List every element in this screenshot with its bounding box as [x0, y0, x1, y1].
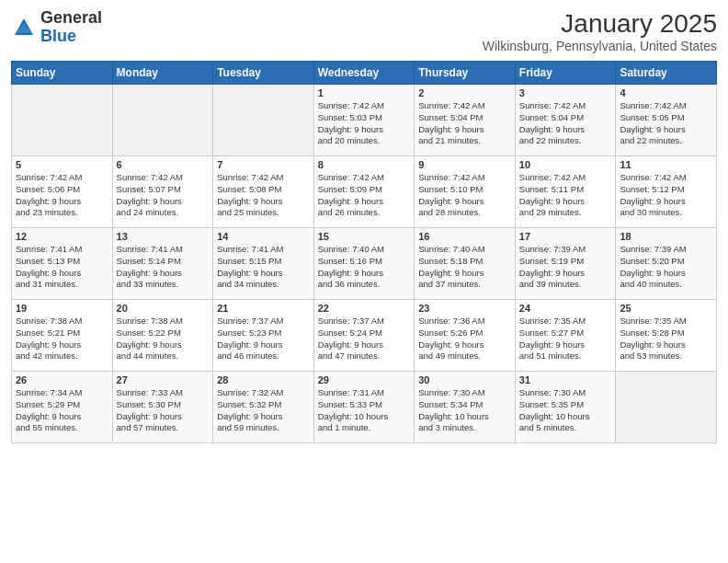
day-number: 17 — [519, 231, 612, 242]
day-detail: Sunrise: 7:42 AM Sunset: 5:05 PM Dayligh… — [620, 100, 712, 147]
day-detail: Sunrise: 7:42 AM Sunset: 5:04 PM Dayligh… — [519, 100, 612, 147]
page-container: General Blue January 2025 Wilkinsburg, P… — [0, 0, 728, 563]
calendar-header-saturday: Saturday — [616, 62, 717, 85]
day-number: 19 — [16, 303, 108, 314]
logo: General Blue — [11, 9, 102, 46]
calendar-cell: 29Sunrise: 7:31 AM Sunset: 5:33 PM Dayli… — [313, 372, 415, 443]
calendar-table: SundayMondayTuesdayWednesdayThursdayFrid… — [11, 61, 717, 443]
logo-text: General Blue — [40, 9, 102, 46]
day-detail: Sunrise: 7:41 AM Sunset: 5:13 PM Dayligh… — [16, 244, 108, 291]
calendar-cell: 13Sunrise: 7:41 AM Sunset: 5:14 PM Dayli… — [112, 228, 213, 300]
day-detail: Sunrise: 7:40 AM Sunset: 5:18 PM Dayligh… — [418, 244, 511, 291]
calendar-cell — [12, 85, 113, 156]
calendar-title: January 2025 — [483, 9, 717, 39]
calendar-cell: 27Sunrise: 7:33 AM Sunset: 5:30 PM Dayli… — [112, 372, 213, 443]
logo-icon — [11, 15, 37, 40]
day-number: 6 — [117, 159, 210, 170]
day-number: 30 — [418, 374, 511, 385]
day-detail: Sunrise: 7:37 AM Sunset: 5:24 PM Dayligh… — [318, 316, 411, 362]
day-number: 27 — [117, 374, 210, 385]
day-detail: Sunrise: 7:38 AM Sunset: 5:21 PM Dayligh… — [16, 316, 108, 362]
day-number: 7 — [217, 159, 310, 170]
calendar-header-thursday: Thursday — [415, 62, 516, 85]
day-number: 23 — [418, 303, 511, 314]
day-detail: Sunrise: 7:42 AM Sunset: 5:08 PM Dayligh… — [217, 172, 310, 219]
day-detail: Sunrise: 7:39 AM Sunset: 5:19 PM Dayligh… — [519, 244, 612, 291]
calendar-cell: 14Sunrise: 7:41 AM Sunset: 5:15 PM Dayli… — [213, 228, 314, 300]
day-detail: Sunrise: 7:40 AM Sunset: 5:16 PM Dayligh… — [318, 244, 411, 291]
calendar-cell: 9Sunrise: 7:42 AM Sunset: 5:10 PM Daylig… — [415, 156, 516, 228]
calendar-week-1: 1Sunrise: 7:42 AM Sunset: 5:03 PM Daylig… — [12, 85, 717, 156]
calendar-cell: 2Sunrise: 7:42 AM Sunset: 5:04 PM Daylig… — [415, 85, 516, 156]
calendar-cell: 7Sunrise: 7:42 AM Sunset: 5:08 PM Daylig… — [213, 156, 314, 228]
day-number: 14 — [217, 231, 310, 242]
day-number: 9 — [418, 159, 511, 170]
day-number: 31 — [519, 374, 612, 385]
calendar-cell — [112, 85, 213, 156]
calendar-cell: 30Sunrise: 7:30 AM Sunset: 5:34 PM Dayli… — [415, 372, 516, 443]
day-number: 16 — [418, 231, 511, 242]
calendar-cell: 22Sunrise: 7:37 AM Sunset: 5:24 PM Dayli… — [313, 300, 415, 372]
day-number: 24 — [519, 303, 612, 314]
day-detail: Sunrise: 7:39 AM Sunset: 5:20 PM Dayligh… — [620, 244, 712, 291]
day-detail: Sunrise: 7:31 AM Sunset: 5:33 PM Dayligh… — [318, 387, 411, 434]
day-detail: Sunrise: 7:41 AM Sunset: 5:14 PM Dayligh… — [117, 244, 210, 291]
day-number: 20 — [117, 303, 210, 314]
day-detail: Sunrise: 7:42 AM Sunset: 5:07 PM Dayligh… — [117, 172, 210, 219]
calendar-header-monday: Monday — [112, 62, 213, 85]
calendar-header-wednesday: Wednesday — [313, 62, 415, 85]
day-number: 4 — [620, 87, 712, 98]
calendar-week-5: 26Sunrise: 7:34 AM Sunset: 5:29 PM Dayli… — [12, 372, 717, 443]
day-detail: Sunrise: 7:32 AM Sunset: 5:32 PM Dayligh… — [217, 387, 310, 434]
day-number: 28 — [217, 374, 310, 385]
calendar-cell: 8Sunrise: 7:42 AM Sunset: 5:09 PM Daylig… — [313, 156, 415, 228]
day-number: 2 — [418, 87, 511, 98]
title-block: January 2025 Wilkinsburg, Pennsylvania, … — [483, 9, 717, 53]
calendar-week-2: 5Sunrise: 7:42 AM Sunset: 5:06 PM Daylig… — [12, 156, 717, 228]
calendar-cell — [616, 372, 717, 443]
calendar-header-tuesday: Tuesday — [213, 62, 314, 85]
calendar-cell: 31Sunrise: 7:30 AM Sunset: 5:35 PM Dayli… — [515, 372, 616, 443]
calendar-cell — [213, 85, 314, 156]
calendar-week-3: 12Sunrise: 7:41 AM Sunset: 5:13 PM Dayli… — [12, 228, 717, 300]
calendar-cell: 25Sunrise: 7:35 AM Sunset: 5:28 PM Dayli… — [616, 300, 717, 372]
day-number: 29 — [318, 374, 411, 385]
day-detail: Sunrise: 7:35 AM Sunset: 5:27 PM Dayligh… — [519, 316, 612, 362]
calendar-cell: 17Sunrise: 7:39 AM Sunset: 5:19 PM Dayli… — [515, 228, 616, 300]
page-header: General Blue January 2025 Wilkinsburg, P… — [11, 9, 717, 53]
day-detail: Sunrise: 7:42 AM Sunset: 5:09 PM Dayligh… — [318, 172, 411, 219]
day-number: 12 — [16, 231, 108, 242]
calendar-header-friday: Friday — [515, 62, 616, 85]
day-detail: Sunrise: 7:42 AM Sunset: 5:03 PM Dayligh… — [318, 100, 411, 147]
calendar-cell: 11Sunrise: 7:42 AM Sunset: 5:12 PM Dayli… — [616, 156, 717, 228]
calendar-cell: 20Sunrise: 7:38 AM Sunset: 5:22 PM Dayli… — [112, 300, 213, 372]
day-number: 8 — [318, 159, 411, 170]
calendar-cell: 16Sunrise: 7:40 AM Sunset: 5:18 PM Dayli… — [415, 228, 516, 300]
calendar-cell: 5Sunrise: 7:42 AM Sunset: 5:06 PM Daylig… — [12, 156, 113, 228]
calendar-cell: 6Sunrise: 7:42 AM Sunset: 5:07 PM Daylig… — [112, 156, 213, 228]
calendar-cell: 1Sunrise: 7:42 AM Sunset: 5:03 PM Daylig… — [313, 85, 415, 156]
day-detail: Sunrise: 7:42 AM Sunset: 5:11 PM Dayligh… — [519, 172, 612, 219]
calendar-subtitle: Wilkinsburg, Pennsylvania, United States — [483, 39, 717, 53]
calendar-cell: 21Sunrise: 7:37 AM Sunset: 5:23 PM Dayli… — [213, 300, 314, 372]
day-detail: Sunrise: 7:37 AM Sunset: 5:23 PM Dayligh… — [217, 316, 310, 362]
day-detail: Sunrise: 7:38 AM Sunset: 5:22 PM Dayligh… — [117, 316, 210, 362]
calendar-cell: 10Sunrise: 7:42 AM Sunset: 5:11 PM Dayli… — [515, 156, 616, 228]
day-detail: Sunrise: 7:36 AM Sunset: 5:26 PM Dayligh… — [418, 316, 511, 362]
day-detail: Sunrise: 7:33 AM Sunset: 5:30 PM Dayligh… — [117, 387, 210, 434]
day-number: 15 — [318, 231, 411, 242]
day-number: 22 — [318, 303, 411, 314]
calendar-cell: 23Sunrise: 7:36 AM Sunset: 5:26 PM Dayli… — [415, 300, 516, 372]
day-detail: Sunrise: 7:41 AM Sunset: 5:15 PM Dayligh… — [217, 244, 310, 291]
day-number: 18 — [620, 231, 712, 242]
day-number: 3 — [519, 87, 612, 98]
day-detail: Sunrise: 7:35 AM Sunset: 5:28 PM Dayligh… — [620, 316, 712, 362]
day-detail: Sunrise: 7:30 AM Sunset: 5:35 PM Dayligh… — [519, 387, 612, 434]
day-number: 10 — [519, 159, 612, 170]
day-detail: Sunrise: 7:30 AM Sunset: 5:34 PM Dayligh… — [418, 387, 511, 434]
svg-marker-1 — [17, 22, 31, 33]
calendar-cell: 28Sunrise: 7:32 AM Sunset: 5:32 PM Dayli… — [213, 372, 314, 443]
day-number: 26 — [16, 374, 108, 385]
calendar-cell: 18Sunrise: 7:39 AM Sunset: 5:20 PM Dayli… — [616, 228, 717, 300]
calendar-cell: 15Sunrise: 7:40 AM Sunset: 5:16 PM Dayli… — [313, 228, 415, 300]
